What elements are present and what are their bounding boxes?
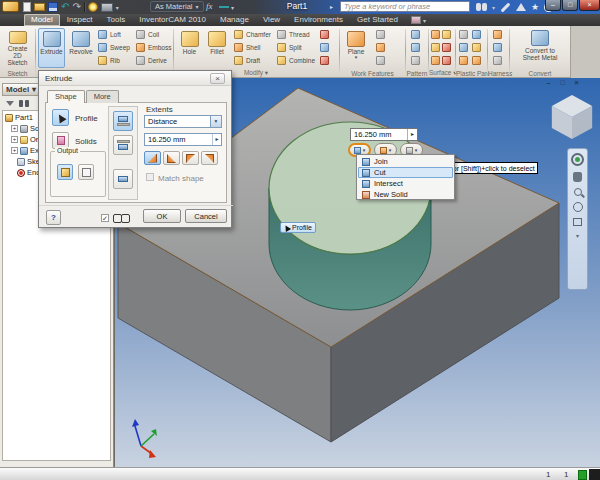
profile-selection-tag[interactable]: Profile (280, 222, 316, 233)
tab-overflow[interactable]: ▾ (411, 16, 426, 24)
parameters-fx-button[interactable]: fx (206, 1, 213, 11)
tab-inventorcam[interactable]: InventorCAM 2010 (132, 14, 213, 26)
surface-button-2[interactable] (431, 43, 440, 52)
coil-button[interactable]: Coil (136, 30, 159, 39)
plastic-button-5[interactable] (472, 43, 481, 52)
thread-button[interactable]: Thread (277, 30, 310, 39)
convert-to-sheet-metal-button[interactable]: Convert to Sheet Metal (516, 27, 564, 68)
asymmetric-button[interactable] (201, 151, 218, 165)
save-icon[interactable] (48, 2, 58, 12)
hole-button[interactable]: Hole (177, 28, 202, 68)
communication-center-icon[interactable] (516, 3, 526, 11)
menu-item-intersect[interactable]: Intersect (358, 178, 453, 189)
operation-cut-button[interactable] (113, 135, 133, 155)
surface-button-1[interactable] (431, 30, 440, 39)
close-button[interactable]: × (579, 0, 600, 11)
dialog-title-bar[interactable]: Extrude × (39, 71, 231, 86)
shell-button[interactable]: Shell (234, 43, 260, 52)
new-file-icon[interactable] (23, 2, 31, 12)
tab-more[interactable]: More (86, 90, 119, 103)
work-axis-button[interactable] (376, 30, 385, 39)
plane-button[interactable]: Plane ▾ (343, 28, 369, 68)
loft-button[interactable]: Loft (98, 30, 121, 39)
expand-icon[interactable]: + (11, 136, 18, 143)
plastic-button-4[interactable] (472, 30, 481, 39)
material-dropdown[interactable]: As Material ▾ (150, 1, 204, 12)
tab-environments[interactable]: Environments (287, 14, 350, 26)
steering-wheel-icon[interactable] (571, 153, 584, 166)
surface-button-4[interactable] (442, 30, 451, 39)
move-face-button[interactable] (320, 30, 329, 39)
plastic-button-6[interactable] (472, 56, 481, 65)
ucs-button[interactable] (376, 56, 385, 65)
flyout-arrow-icon[interactable]: ▸ (407, 129, 417, 140)
dropdown-arrow-icon[interactable]: ▾ (492, 4, 495, 11)
output-solid-button[interactable] (57, 164, 73, 180)
navbar-more-icon[interactable]: ▾ (576, 232, 579, 239)
doc-close-button[interactable]: × (571, 79, 582, 86)
emboss-button[interactable]: Emboss (136, 43, 171, 52)
work-point-button[interactable] (376, 43, 385, 52)
color-override-dropdown[interactable]: ▾ (219, 2, 237, 12)
operation-intersect-button[interactable] (113, 169, 133, 189)
match-shape-checkbox[interactable] (146, 173, 154, 181)
fillet-button[interactable]: Fillet (204, 28, 230, 68)
doc-restore-button[interactable]: □ (557, 79, 568, 86)
plastic-button-2[interactable] (459, 43, 468, 52)
dialog-close-button[interactable]: × (210, 73, 225, 84)
expand-icon[interactable]: + (11, 125, 18, 132)
search-binoculars-icon[interactable] (476, 3, 487, 11)
move-bodies-button[interactable] (320, 56, 329, 65)
tab-model[interactable]: Model (24, 14, 60, 26)
dropdown-arrow-icon[interactable]: ▾ (116, 4, 119, 11)
rectangular-pattern-button[interactable] (411, 30, 420, 39)
title-flyout-icon[interactable]: ▸ (330, 3, 333, 10)
expand-icon[interactable]: + (11, 147, 18, 154)
minimize-button[interactable]: – (545, 0, 561, 11)
revolve-button[interactable]: Revolve (67, 28, 95, 68)
output-surface-button[interactable] (78, 164, 94, 180)
orbit-icon[interactable] (573, 202, 583, 212)
split-button[interactable]: Split (277, 43, 302, 52)
surface-button-6[interactable] (442, 56, 451, 65)
search-input[interactable] (340, 1, 470, 12)
dialog-help-button[interactable]: ? (46, 210, 61, 225)
preview-checkbox[interactable]: ✓ (101, 214, 109, 222)
plastic-button-3[interactable] (459, 56, 468, 65)
menu-item-join[interactable]: Join (358, 156, 453, 167)
zoom-magnifier-icon[interactable] (574, 188, 582, 196)
pan-hand-icon[interactable] (573, 172, 582, 182)
capture-icon[interactable] (101, 3, 113, 12)
tab-shape[interactable]: Shape (47, 90, 85, 103)
filter-funnel-icon[interactable] (6, 101, 14, 106)
app-logo-icon[interactable] (2, 1, 19, 12)
direction-1-button[interactable] (144, 151, 161, 165)
sweep-button[interactable]: Sweep (98, 43, 130, 52)
group-label-surface[interactable]: Surface ▾ (429, 69, 455, 77)
ok-button[interactable]: OK (143, 209, 181, 223)
tab-manage[interactable]: Manage (213, 14, 256, 26)
direction-2-button[interactable] (163, 151, 180, 165)
favorites-star-icon[interactable]: ★ (531, 3, 539, 12)
menu-item-cut[interactable]: Cut (358, 167, 453, 178)
appearance-icon[interactable] (88, 2, 98, 12)
circular-pattern-button[interactable] (411, 43, 420, 52)
distance-input[interactable]: 16.250 mm ▸ (144, 133, 222, 146)
redo-icon[interactable]: ↷ (72, 2, 80, 12)
plastic-button-1[interactable] (459, 30, 468, 39)
profile-select-button[interactable] (52, 109, 69, 126)
harness-button-2[interactable] (493, 43, 502, 52)
harness-button-3[interactable] (493, 56, 502, 65)
combine-button[interactable]: Combine (277, 56, 315, 65)
cancel-button[interactable]: Cancel (185, 209, 227, 223)
flyout-arrow-icon[interactable]: ▸ (212, 134, 221, 145)
extents-mode-dropdown[interactable]: Distance ▾ (144, 115, 222, 128)
view-cube[interactable] (551, 94, 593, 140)
maximize-button[interactable]: □ (562, 0, 578, 11)
look-at-icon[interactable] (573, 218, 582, 226)
operation-join-button[interactable] (113, 111, 133, 131)
tab-tools[interactable]: Tools (100, 14, 133, 26)
chamfer-button[interactable]: Chamfer (234, 30, 271, 39)
create-2d-sketch-button[interactable]: Create 2D Sketch (3, 28, 32, 67)
tab-view[interactable]: View (256, 14, 287, 26)
